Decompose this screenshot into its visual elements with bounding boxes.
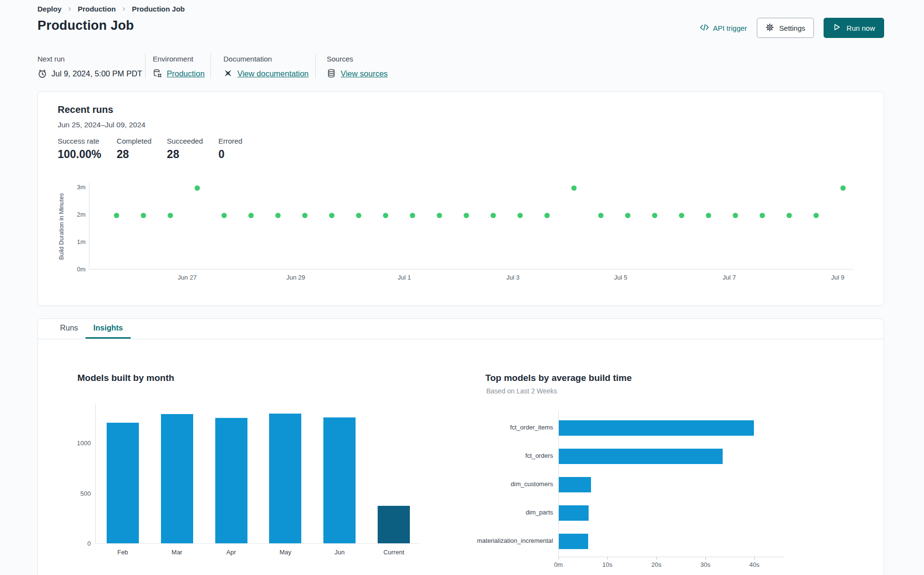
meta-sources-label: Sources — [327, 55, 388, 63]
x-category-label: Apr — [204, 549, 259, 556]
stat-label: Errored — [218, 137, 242, 145]
models-by-month-plot[interactable]: 05001000FebMarAprMayJunCurrent — [95, 404, 420, 544]
stat-value: 28 — [167, 148, 203, 161]
model-bar[interactable] — [559, 420, 754, 436]
run-data-point[interactable] — [706, 213, 711, 218]
meta-environment: Environment Production — [145, 54, 210, 78]
api-trigger-link[interactable]: API trigger — [700, 23, 747, 33]
run-data-point[interactable] — [760, 213, 765, 218]
settings-button[interactable]: Settings — [757, 18, 814, 38]
x-axis — [558, 557, 784, 557]
run-data-point[interactable] — [840, 185, 846, 191]
meta-next-run: Next run Jul 9, 2024, 5:00 PM PDT — [37, 54, 145, 78]
model-bar[interactable] — [559, 534, 588, 549]
database-icon — [327, 69, 336, 78]
x-tick-mark — [754, 557, 755, 560]
stat-succeeded: Succeeded 28 — [167, 137, 203, 161]
run-data-point[interactable] — [491, 213, 496, 218]
view-sources-link[interactable]: View sources — [341, 69, 388, 78]
y-tick-label: 1m — [64, 238, 86, 245]
x-tick-mark — [705, 557, 706, 560]
month-bar[interactable] — [269, 414, 301, 543]
run-data-point[interactable] — [168, 213, 173, 218]
view-documentation-link[interactable]: View documentation — [237, 69, 308, 78]
model-label: fct_orders — [428, 452, 553, 459]
meta-environment-label: Environment — [153, 55, 210, 63]
run-data-point[interactable] — [329, 213, 334, 218]
run-duration-plot[interactable]: Build Duration in Minutes 0m1m2m3mJun 27… — [89, 183, 853, 269]
x-tick-label: Jul 5 — [604, 274, 638, 281]
run-data-point[interactable] — [517, 213, 523, 218]
breadcrumb: Deploy Production Production Job — [37, 4, 185, 13]
run-now-button[interactable]: Run now — [824, 18, 884, 38]
run-data-point[interactable] — [787, 213, 792, 218]
run-data-point[interactable] — [275, 213, 281, 218]
run-data-point[interactable] — [195, 185, 200, 191]
run-data-point[interactable] — [598, 213, 604, 218]
x-tick-label: Jun 27 — [171, 274, 204, 281]
stat-value: 28 — [117, 148, 152, 161]
production-job-page: Deploy Production Production Job Product… — [0, 0, 924, 575]
x-tick-label: 10s — [595, 561, 619, 568]
month-bar[interactable] — [107, 423, 139, 543]
breadcrumb-item-deploy[interactable]: Deploy — [37, 5, 62, 13]
run-data-point[interactable] — [356, 213, 361, 218]
model-label: materialization_incremental — [428, 537, 553, 544]
x-tick-label: Jul 7 — [713, 274, 746, 281]
run-data-point[interactable] — [410, 213, 415, 218]
stat-label: Succeeded — [167, 137, 203, 145]
breadcrumb-item-production[interactable]: Production — [78, 5, 116, 13]
play-icon — [833, 23, 842, 33]
month-bar[interactable] — [161, 414, 193, 543]
run-data-point[interactable] — [544, 213, 550, 218]
meta-documentation-label: Documentation — [223, 55, 315, 63]
y-axis-title: Build Duration in Minutes — [58, 179, 65, 275]
tab-bar: Runs Insights — [38, 319, 884, 339]
x-category-label: Feb — [96, 549, 150, 556]
api-trigger-label: API trigger — [713, 24, 747, 32]
header-actions: API trigger Settings — [700, 17, 884, 38]
stat-value: 0 — [218, 148, 242, 161]
recent-runs-stats: Success rate 100.00% Completed 28 Succee… — [58, 137, 242, 161]
environment-link[interactable]: Production — [167, 69, 205, 78]
run-data-point[interactable] — [813, 213, 819, 218]
gear-icon — [765, 23, 775, 33]
model-bar[interactable] — [559, 449, 723, 464]
y-tick-label: 0m — [64, 266, 86, 273]
month-bar[interactable] — [378, 506, 410, 543]
run-data-point[interactable] — [679, 213, 684, 218]
recent-runs-card: Recent runs Jun 25, 2024–Jul 09, 2024 Su… — [37, 91, 884, 306]
run-data-point[interactable] — [571, 185, 577, 191]
x-category-label: Jun — [312, 549, 367, 556]
y-tick-label: 0 — [68, 540, 91, 547]
run-data-point[interactable] — [437, 213, 442, 218]
run-data-point[interactable] — [302, 213, 308, 218]
month-bar[interactable] — [323, 417, 356, 543]
run-data-point[interactable] — [114, 213, 119, 218]
model-bar[interactable] — [559, 477, 591, 492]
job-detail-tabs-card: Runs Insights Models built by month 0500… — [37, 318, 884, 575]
x-tick-label: 0m — [546, 561, 570, 568]
month-bar[interactable] — [215, 418, 247, 543]
meta-next-run-value: Jul 9, 2024, 5:00 PM PDT — [51, 69, 142, 78]
models-by-month-title: Models built by month — [77, 373, 174, 383]
tab-runs[interactable]: Runs — [52, 319, 86, 339]
y-tick-label: 2m — [64, 211, 86, 218]
tab-insights[interactable]: Insights — [86, 319, 130, 339]
recent-runs-date-range: Jun 25, 2024–Jul 09, 2024 — [58, 121, 146, 129]
run-data-point[interactable] — [141, 213, 146, 218]
run-data-point[interactable] — [733, 213, 738, 218]
run-data-point[interactable] — [625, 213, 630, 218]
run-data-point[interactable] — [248, 213, 254, 218]
top-models-plot[interactable]: fct_order_itemsfct_ordersdim_customersdi… — [428, 411, 818, 557]
run-data-point[interactable] — [383, 213, 388, 218]
run-data-point[interactable] — [464, 213, 469, 218]
stat-value: 100.00% — [58, 148, 101, 161]
top-models-title: Top models by average build time — [485, 373, 632, 383]
model-label: fct_order_items — [428, 424, 553, 431]
run-data-point[interactable] — [222, 213, 227, 218]
run-data-point[interactable] — [652, 213, 657, 218]
dbt-docs-icon — [223, 69, 233, 78]
chevron-right-icon — [68, 4, 71, 13]
model-bar[interactable] — [559, 505, 589, 521]
